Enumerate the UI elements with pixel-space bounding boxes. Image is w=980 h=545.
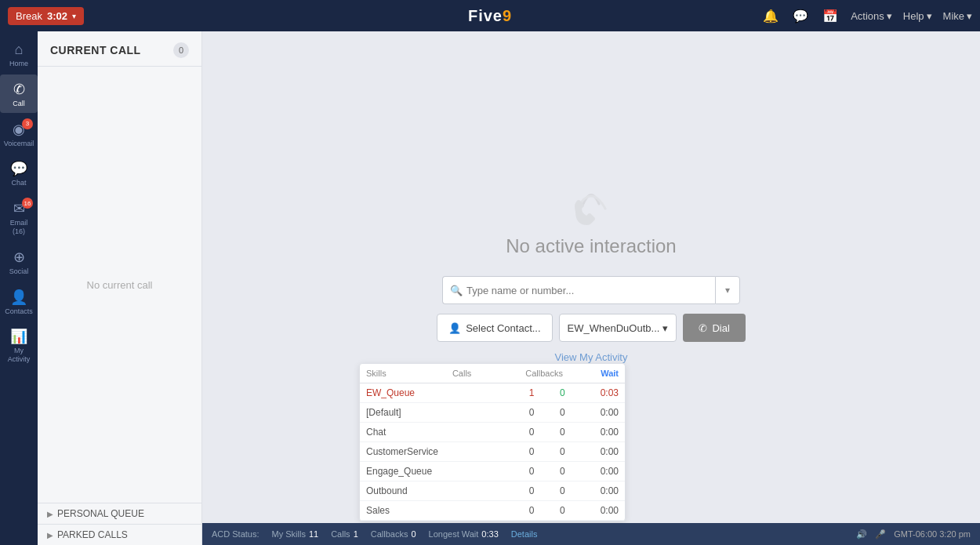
sidebar-item-chat[interactable]: 💬 Chat bbox=[0, 154, 38, 192]
callbacks-count: 0 bbox=[540, 423, 571, 442]
sidebar-myactivity-label: My Activity bbox=[3, 347, 34, 364]
my-skills-value: 11 bbox=[309, 529, 318, 539]
queue-table-scroll[interactable]: EW_Queue100:03[Default]000:00Chat000:00C… bbox=[360, 383, 625, 521]
break-button[interactable]: Break 3:02 ▾ bbox=[8, 7, 84, 25]
phone-icon-container: No active interaction bbox=[506, 182, 676, 257]
sidebar-nav: ⌂ Home ✆ Call ◉ Voicemail 3 💬 Chat ✉ Ema… bbox=[0, 31, 38, 545]
my-skills-item: My Skills 11 bbox=[272, 529, 319, 539]
skill-name: Outbound bbox=[360, 481, 510, 501]
volume-icon[interactable]: 🔊 bbox=[856, 529, 867, 540]
sidebar-chat-label: Chat bbox=[11, 179, 26, 187]
table-row: EW_Queue100:03 bbox=[360, 383, 625, 403]
col-wait: Wait bbox=[569, 364, 625, 383]
timezone-display: GMT-06:00 3:20 pm bbox=[894, 529, 971, 539]
action-row: 👤 Select Contact... EW_WhenDuOutb... ▾ ✆… bbox=[437, 314, 746, 342]
user-menu[interactable]: Mike ▾ bbox=[943, 10, 972, 22]
wait-time: 0:00 bbox=[572, 481, 625, 501]
dial-button[interactable]: ✆ Dial bbox=[683, 314, 745, 342]
main-content: No active interaction 🔍 ▾ 👤 Sele bbox=[202, 31, 980, 545]
sidebar-email-label: Email (16) bbox=[3, 219, 34, 236]
myactivity-icon: 📊 bbox=[10, 328, 27, 345]
skill-name: CustomerService bbox=[360, 442, 510, 462]
calls-label: Calls bbox=[331, 529, 350, 539]
acd-status-item: ACD Status: bbox=[212, 529, 260, 539]
callbacks-count: 0 bbox=[540, 442, 571, 462]
calls-count: 1 bbox=[510, 383, 540, 403]
details-link[interactable]: Details bbox=[511, 529, 538, 539]
table-row: [Default]000:00 bbox=[360, 403, 625, 423]
search-input[interactable] bbox=[442, 276, 715, 304]
select-contact-label: Select Contact... bbox=[466, 322, 540, 334]
queue-table-rows: EW_Queue100:03[Default]000:00Chat000:00C… bbox=[360, 383, 625, 521]
actions-menu[interactable]: Actions ▾ bbox=[851, 10, 892, 22]
personal-queue-chevron-icon: ▶ bbox=[47, 510, 53, 518]
campaign-chevron-icon: ▾ bbox=[662, 322, 668, 334]
contacts-icon: 👤 bbox=[10, 289, 27, 306]
calls-count: 0 bbox=[510, 442, 540, 462]
mic-icon[interactable]: 🎤 bbox=[875, 529, 886, 540]
callbacks-count: 0 bbox=[540, 481, 571, 501]
main-layout: ⌂ Home ✆ Call ◉ Voicemail 3 💬 Chat ✉ Ema… bbox=[0, 31, 980, 545]
campaign-label: EW_WhenDuOutb... bbox=[568, 322, 660, 334]
acd-status-label: ACD Status: bbox=[212, 529, 260, 539]
calls-count: 0 bbox=[510, 481, 540, 501]
search-row: 🔍 ▾ bbox=[442, 276, 740, 304]
table-row: Outbound000:00 bbox=[360, 481, 625, 501]
voicemail-badge: 3 bbox=[22, 118, 33, 129]
wait-time: 0:00 bbox=[572, 501, 625, 521]
wait-time: 0:03 bbox=[572, 383, 625, 403]
help-menu[interactable]: Help ▾ bbox=[903, 10, 932, 22]
calls-item: Calls 1 bbox=[331, 529, 358, 539]
search-icon: 🔍 bbox=[450, 285, 463, 296]
my-skills-label: My Skills bbox=[272, 529, 306, 539]
home-icon: ⌂ bbox=[15, 42, 24, 58]
top-actions: 🔔 💬 📅 Actions ▾ Help ▾ Mike ▾ bbox=[761, 7, 972, 25]
callbacks-value: 0 bbox=[411, 529, 416, 539]
sidebar-item-home[interactable]: ⌂ Home bbox=[0, 35, 38, 73]
current-call-header: CURRENT CALL 0 bbox=[38, 31, 201, 67]
status-bar-right: 🔊 🎤 GMT-06:00 3:20 pm bbox=[856, 529, 971, 540]
wait-time: 0:00 bbox=[572, 423, 625, 442]
callbacks-label: Callbacks bbox=[371, 529, 408, 539]
top-bar: Break 3:02 ▾ Five9 🔔 💬 📅 Actions ▾ Help … bbox=[0, 0, 980, 31]
chat-bubble-icon[interactable]: 💬 bbox=[791, 7, 810, 25]
sidebar-item-email[interactable]: ✉ Email (16) 16 bbox=[0, 194, 38, 241]
calls-count: 0 bbox=[510, 501, 540, 521]
calls-value: 1 bbox=[354, 529, 358, 539]
table-row: CustomerService000:00 bbox=[360, 442, 625, 462]
skill-name: Chat bbox=[360, 423, 510, 442]
sidebar-item-myactivity[interactable]: 📊 My Activity bbox=[0, 322, 38, 369]
contact-icon: 👤 bbox=[448, 322, 461, 334]
search-dropdown-button[interactable]: ▾ bbox=[715, 276, 740, 304]
callbacks-count: 0 bbox=[540, 501, 571, 521]
skill-name: Engage_Queue bbox=[360, 462, 510, 481]
skill-name: SCOPS Message bbox=[360, 521, 510, 521]
sidebar-social-label: Social bbox=[9, 267, 29, 276]
queue-table-body: EW_Queue100:03[Default]000:00Chat000:00C… bbox=[360, 383, 625, 521]
longest-wait-label: Longest Wait bbox=[429, 529, 479, 539]
sidebar-item-social[interactable]: ⊕ Social bbox=[0, 242, 38, 281]
sidebar-item-call[interactable]: ✆ Call bbox=[0, 74, 38, 113]
dial-controls: 🔍 ▾ 👤 Select Contact... EW_WhenDuOutb... bbox=[437, 276, 746, 363]
break-label: Break bbox=[16, 10, 42, 22]
select-contact-button[interactable]: 👤 Select Contact... bbox=[437, 314, 552, 342]
notifications-icon[interactable]: 🔔 bbox=[761, 7, 780, 25]
sidebar-item-contacts[interactable]: 👤 Contacts bbox=[0, 282, 38, 321]
no-current-call-text: No current call bbox=[38, 67, 201, 503]
parked-calls-row[interactable]: ▶ PARKED CALLS bbox=[38, 524, 201, 545]
sidebar-contacts-label: Contacts bbox=[5, 307, 33, 316]
email-badge: 16 bbox=[22, 198, 33, 209]
calendar-icon[interactable]: 📅 bbox=[821, 7, 840, 25]
queue-table-head: Skills Calls Callbacks Wait bbox=[360, 364, 625, 383]
campaign-dropdown-button[interactable]: EW_WhenDuOutb... ▾ bbox=[559, 314, 677, 342]
view-activity-link[interactable]: View My Activity bbox=[555, 351, 628, 363]
personal-queue-row[interactable]: ▶ PERSONAL QUEUE bbox=[38, 503, 201, 524]
call-icon: ✆ bbox=[13, 81, 25, 98]
parked-calls-chevron-icon: ▶ bbox=[47, 531, 53, 540]
wait-time: 0:00 bbox=[572, 442, 625, 462]
current-call-panel: CURRENT CALL 0 No current call ▶ PERSONA… bbox=[38, 31, 202, 545]
callbacks-count: 0 bbox=[540, 403, 571, 423]
social-icon: ⊕ bbox=[13, 249, 25, 266]
sidebar-item-voicemail[interactable]: ◉ Voicemail 3 bbox=[0, 114, 38, 153]
calls-count: 0 bbox=[510, 462, 540, 481]
